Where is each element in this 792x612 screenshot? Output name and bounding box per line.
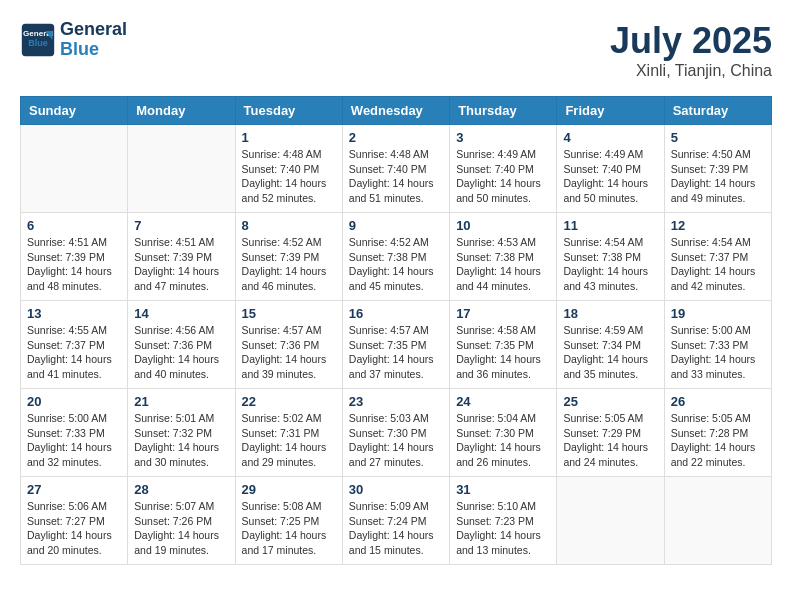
weekday-header: Saturday [664,97,771,125]
calendar-day-cell: 29Sunrise: 5:08 AMSunset: 7:25 PMDayligh… [235,477,342,565]
cell-info: Sunrise: 4:52 AMSunset: 7:38 PMDaylight:… [349,235,443,294]
day-number: 12 [671,218,765,233]
day-number: 8 [242,218,336,233]
calendar: SundayMondayTuesdayWednesdayThursdayFrid… [20,96,772,565]
month-title: July 2025 [610,20,772,62]
calendar-day-cell: 25Sunrise: 5:05 AMSunset: 7:29 PMDayligh… [557,389,664,477]
page-header: General Blue GeneralBlue July 2025 Xinli… [20,20,772,80]
calendar-day-cell [557,477,664,565]
calendar-day-cell [21,125,128,213]
cell-info: Sunrise: 5:00 AMSunset: 7:33 PMDaylight:… [27,411,121,470]
cell-info: Sunrise: 4:51 AMSunset: 7:39 PMDaylight:… [27,235,121,294]
cell-info: Sunrise: 4:59 AMSunset: 7:34 PMDaylight:… [563,323,657,382]
calendar-day-cell: 1Sunrise: 4:48 AMSunset: 7:40 PMDaylight… [235,125,342,213]
day-number: 15 [242,306,336,321]
calendar-day-cell: 12Sunrise: 4:54 AMSunset: 7:37 PMDayligh… [664,213,771,301]
weekday-header: Sunday [21,97,128,125]
cell-info: Sunrise: 5:00 AMSunset: 7:33 PMDaylight:… [671,323,765,382]
calendar-day-cell: 13Sunrise: 4:55 AMSunset: 7:37 PMDayligh… [21,301,128,389]
day-number: 28 [134,482,228,497]
cell-info: Sunrise: 4:52 AMSunset: 7:39 PMDaylight:… [242,235,336,294]
calendar-week-row: 13Sunrise: 4:55 AMSunset: 7:37 PMDayligh… [21,301,772,389]
calendar-day-cell: 17Sunrise: 4:58 AMSunset: 7:35 PMDayligh… [450,301,557,389]
location-title: Xinli, Tianjin, China [610,62,772,80]
cell-info: Sunrise: 5:04 AMSunset: 7:30 PMDaylight:… [456,411,550,470]
weekday-header: Wednesday [342,97,449,125]
calendar-day-cell: 4Sunrise: 4:49 AMSunset: 7:40 PMDaylight… [557,125,664,213]
calendar-day-cell: 11Sunrise: 4:54 AMSunset: 7:38 PMDayligh… [557,213,664,301]
calendar-day-cell: 15Sunrise: 4:57 AMSunset: 7:36 PMDayligh… [235,301,342,389]
calendar-day-cell: 5Sunrise: 4:50 AMSunset: 7:39 PMDaylight… [664,125,771,213]
calendar-day-cell [128,125,235,213]
calendar-day-cell: 22Sunrise: 5:02 AMSunset: 7:31 PMDayligh… [235,389,342,477]
calendar-day-cell: 19Sunrise: 5:00 AMSunset: 7:33 PMDayligh… [664,301,771,389]
day-number: 25 [563,394,657,409]
calendar-day-cell: 21Sunrise: 5:01 AMSunset: 7:32 PMDayligh… [128,389,235,477]
svg-text:Blue: Blue [28,38,48,48]
day-number: 7 [134,218,228,233]
cell-info: Sunrise: 5:08 AMSunset: 7:25 PMDaylight:… [242,499,336,558]
day-number: 9 [349,218,443,233]
day-number: 17 [456,306,550,321]
calendar-day-cell: 7Sunrise: 4:51 AMSunset: 7:39 PMDaylight… [128,213,235,301]
day-number: 27 [27,482,121,497]
cell-info: Sunrise: 5:05 AMSunset: 7:28 PMDaylight:… [671,411,765,470]
calendar-day-cell: 9Sunrise: 4:52 AMSunset: 7:38 PMDaylight… [342,213,449,301]
weekday-header: Tuesday [235,97,342,125]
calendar-week-row: 6Sunrise: 4:51 AMSunset: 7:39 PMDaylight… [21,213,772,301]
title-area: July 2025 Xinli, Tianjin, China [610,20,772,80]
cell-info: Sunrise: 5:10 AMSunset: 7:23 PMDaylight:… [456,499,550,558]
day-number: 4 [563,130,657,145]
calendar-day-cell: 8Sunrise: 4:52 AMSunset: 7:39 PMDaylight… [235,213,342,301]
day-number: 24 [456,394,550,409]
day-number: 20 [27,394,121,409]
day-number: 5 [671,130,765,145]
cell-info: Sunrise: 5:02 AMSunset: 7:31 PMDaylight:… [242,411,336,470]
day-number: 29 [242,482,336,497]
cell-info: Sunrise: 4:49 AMSunset: 7:40 PMDaylight:… [563,147,657,206]
calendar-day-cell: 31Sunrise: 5:10 AMSunset: 7:23 PMDayligh… [450,477,557,565]
calendar-day-cell: 6Sunrise: 4:51 AMSunset: 7:39 PMDaylight… [21,213,128,301]
calendar-header-row: SundayMondayTuesdayWednesdayThursdayFrid… [21,97,772,125]
day-number: 14 [134,306,228,321]
calendar-day-cell: 20Sunrise: 5:00 AMSunset: 7:33 PMDayligh… [21,389,128,477]
day-number: 19 [671,306,765,321]
cell-info: Sunrise: 4:58 AMSunset: 7:35 PMDaylight:… [456,323,550,382]
cell-info: Sunrise: 4:51 AMSunset: 7:39 PMDaylight:… [134,235,228,294]
calendar-day-cell [664,477,771,565]
cell-info: Sunrise: 5:05 AMSunset: 7:29 PMDaylight:… [563,411,657,470]
calendar-day-cell: 30Sunrise: 5:09 AMSunset: 7:24 PMDayligh… [342,477,449,565]
day-number: 11 [563,218,657,233]
calendar-day-cell: 28Sunrise: 5:07 AMSunset: 7:26 PMDayligh… [128,477,235,565]
calendar-day-cell: 2Sunrise: 4:48 AMSunset: 7:40 PMDaylight… [342,125,449,213]
day-number: 1 [242,130,336,145]
logo-icon: General Blue [20,22,56,58]
calendar-day-cell: 27Sunrise: 5:06 AMSunset: 7:27 PMDayligh… [21,477,128,565]
weekday-header: Thursday [450,97,557,125]
day-number: 22 [242,394,336,409]
cell-info: Sunrise: 4:54 AMSunset: 7:38 PMDaylight:… [563,235,657,294]
day-number: 2 [349,130,443,145]
cell-info: Sunrise: 4:57 AMSunset: 7:36 PMDaylight:… [242,323,336,382]
cell-info: Sunrise: 4:57 AMSunset: 7:35 PMDaylight:… [349,323,443,382]
day-number: 10 [456,218,550,233]
calendar-day-cell: 24Sunrise: 5:04 AMSunset: 7:30 PMDayligh… [450,389,557,477]
day-number: 16 [349,306,443,321]
calendar-day-cell: 3Sunrise: 4:49 AMSunset: 7:40 PMDaylight… [450,125,557,213]
cell-info: Sunrise: 4:50 AMSunset: 7:39 PMDaylight:… [671,147,765,206]
day-number: 30 [349,482,443,497]
calendar-day-cell: 16Sunrise: 4:57 AMSunset: 7:35 PMDayligh… [342,301,449,389]
day-number: 6 [27,218,121,233]
calendar-week-row: 1Sunrise: 4:48 AMSunset: 7:40 PMDaylight… [21,125,772,213]
cell-info: Sunrise: 4:49 AMSunset: 7:40 PMDaylight:… [456,147,550,206]
cell-info: Sunrise: 5:06 AMSunset: 7:27 PMDaylight:… [27,499,121,558]
calendar-week-row: 27Sunrise: 5:06 AMSunset: 7:27 PMDayligh… [21,477,772,565]
calendar-day-cell: 14Sunrise: 4:56 AMSunset: 7:36 PMDayligh… [128,301,235,389]
cell-info: Sunrise: 4:56 AMSunset: 7:36 PMDaylight:… [134,323,228,382]
cell-info: Sunrise: 4:48 AMSunset: 7:40 PMDaylight:… [242,147,336,206]
calendar-day-cell: 26Sunrise: 5:05 AMSunset: 7:28 PMDayligh… [664,389,771,477]
logo-text: GeneralBlue [60,20,127,60]
weekday-header: Friday [557,97,664,125]
calendar-day-cell: 23Sunrise: 5:03 AMSunset: 7:30 PMDayligh… [342,389,449,477]
day-number: 3 [456,130,550,145]
